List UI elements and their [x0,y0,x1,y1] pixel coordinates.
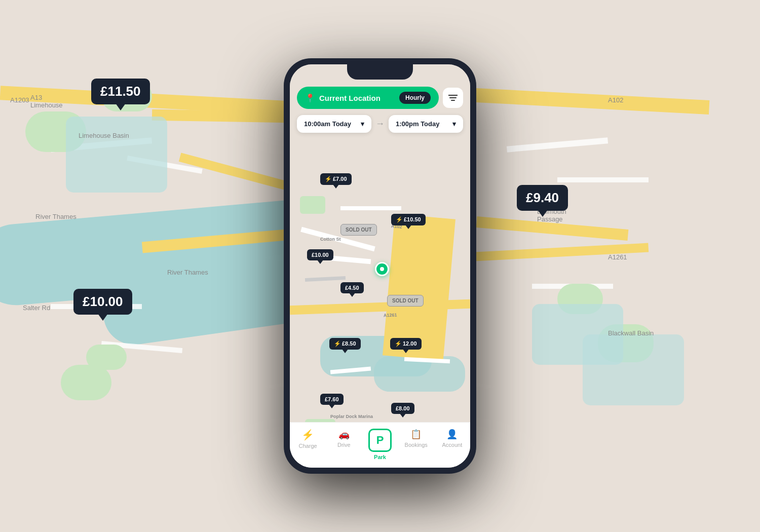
sold-out-2: SOLD OUT [387,295,424,307]
map-label-river-thames-left: River Thames [35,213,77,220]
map-label-a1261: A1261 [608,253,627,261]
phone-price-1000[interactable]: £10.00 [307,249,333,260]
nav-park[interactable]: P Park [362,429,398,460]
current-location-dot [375,262,389,276]
phone-label-poplar-dock: Poplar Dock Marina [330,414,373,419]
hourly-badge[interactable]: Hourly [399,92,431,104]
to-time-label: 1:00pm Today [396,120,439,128]
phone-price-1200[interactable]: 12.00 [390,338,422,350]
phone-price-850[interactable]: £8.50 [329,338,361,350]
map-label-river-thames-right: River Thames [167,269,208,276]
phone-price-700[interactable]: £7.00 [320,173,352,185]
to-time-button[interactable]: 1:00pm Today ▾ [389,115,463,133]
bg-price-badge-3: £9.40 [517,185,568,211]
charge-label: Charge [299,443,317,449]
phone-screen-area: A1261 A102 Cotton St Blackwall Basin Pop… [290,64,470,468]
from-time-button[interactable]: 10:00am Today ▾ [297,115,371,133]
location-pin-icon: 📍 [305,93,315,103]
nav-account[interactable]: 👤 Account [434,429,470,448]
nav-charge[interactable]: ⚡ Charge [290,429,326,449]
phone-screen: A1261 A102 Cotton St Blackwall Basin Pop… [290,64,470,468]
park-icon: P [368,429,392,452]
time-arrow-connector: → [375,119,385,129]
sold-out-1: SOLD OUT [340,224,377,236]
bg-price-badge-2: £10.00 [73,289,132,315]
bg-price-badge-1: £11.50 [91,79,150,104]
bookings-icon: 📋 [410,429,422,440]
from-time-chevron: ▾ [361,120,364,128]
phone-price-800[interactable]: £8.00 [391,403,414,414]
map-label-a1203: A1203 [10,96,29,104]
drive-icon: 🚗 [338,429,350,440]
map-label-a102: A102 [608,96,623,104]
phone-header: 📍 Current Location Hourly [290,83,470,113]
map-label-limehouse: A13Limehouse [30,94,63,109]
account-label: Account [442,442,463,448]
park-label: Park [374,454,386,460]
phone-road-a1261: A1261 [384,313,397,318]
phone-notch [347,64,413,80]
nav-bookings[interactable]: 📋 Bookings [398,429,434,448]
location-bar[interactable]: 📍 Current Location Hourly [297,87,439,109]
time-selector: 10:00am Today ▾ → 1:00pm Today ▾ [290,115,470,133]
filter-button[interactable] [443,88,463,108]
phone-price-1050[interactable]: £10.50 [391,214,426,225]
phone-outer-shell: A1261 A102 Cotton St Blackwall Basin Pop… [284,58,476,474]
from-time-label: 10:00am Today [304,120,351,128]
to-time-chevron: ▾ [452,120,456,128]
charge-icon: ⚡ [301,429,314,441]
map-label-limehouse-basin: Limehouse Basin [79,132,129,139]
account-icon: 👤 [446,429,458,440]
drive-label: Drive [337,442,351,448]
bookings-label: Bookings [405,442,428,448]
phone-price-760[interactable]: £7.60 [320,394,344,405]
nav-drive[interactable]: 🚗 Drive [326,429,362,448]
phone-mockup: A1261 A102 Cotton St Blackwall Basin Pop… [284,58,476,474]
location-text: Current Location [319,94,395,102]
map-label-salter-rd: Salter Rd [23,304,50,312]
bottom-nav: ⚡ Charge 🚗 Drive P Park 📋 Bookings [290,422,470,468]
phone-price-450[interactable]: £4.50 [340,282,364,293]
phone-road-cotton-st: Cotton St [320,237,341,242]
map-label-blackwall: Blackwall Basin [608,329,654,337]
